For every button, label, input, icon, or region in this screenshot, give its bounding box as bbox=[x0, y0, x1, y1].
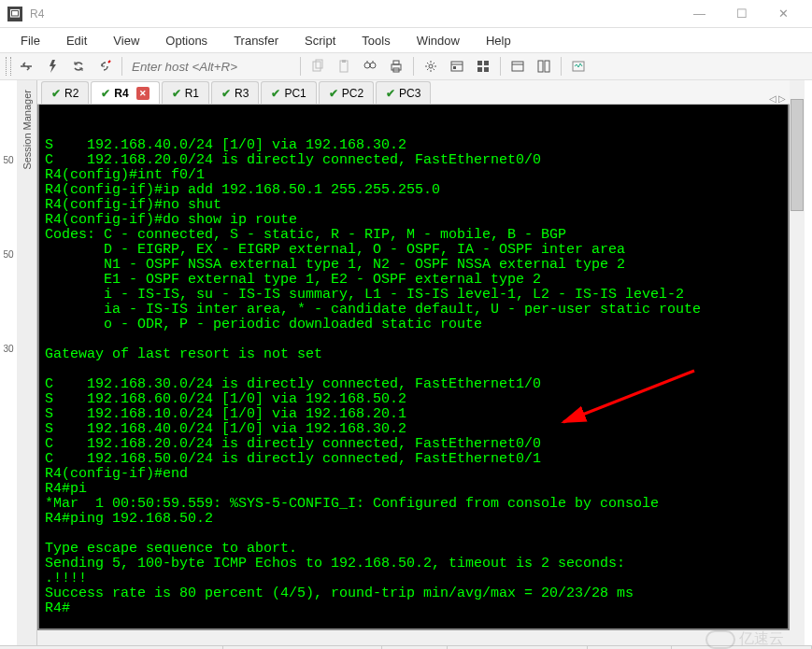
svg-rect-12 bbox=[451, 62, 463, 71]
disconnect-icon[interactable] bbox=[93, 55, 116, 78]
check-icon: ✔ bbox=[329, 87, 338, 100]
svg-rect-18 bbox=[484, 67, 489, 72]
menu-tools[interactable]: Tools bbox=[350, 31, 401, 50]
menu-script[interactable]: Script bbox=[293, 31, 347, 50]
watermark-text: 亿速云 bbox=[739, 629, 784, 649]
right-gutter bbox=[805, 80, 812, 645]
svg-rect-16 bbox=[484, 61, 489, 65]
activity-icon[interactable] bbox=[567, 55, 590, 78]
terminal[interactable]: S 192.168.40.0/24 [1/0] via 192.168.30.2… bbox=[37, 105, 790, 630]
left-gutter: 50 50 30 bbox=[0, 80, 17, 645]
tab-pc2[interactable]: ✔PC2 bbox=[319, 81, 374, 104]
terminal-content: S 192.168.40.0/24 [1/0] via 192.168.30.2… bbox=[45, 138, 782, 616]
titlebar: R4 — ☐ ✕ bbox=[0, 0, 812, 28]
tab-label: R1 bbox=[185, 87, 199, 100]
session-manager-panel[interactable]: Session Manager bbox=[17, 80, 37, 645]
menu-view[interactable]: View bbox=[102, 31, 150, 50]
horizontal-scrollbar[interactable] bbox=[37, 630, 790, 645]
toolbar bbox=[0, 52, 812, 80]
host-input[interactable] bbox=[128, 56, 294, 77]
minimize-button[interactable]: — bbox=[678, 1, 720, 27]
app-icon bbox=[7, 7, 22, 21]
tab-r2[interactable]: ✔R2 bbox=[41, 81, 89, 104]
new-window-icon[interactable] bbox=[506, 55, 529, 78]
toolbar-separator bbox=[561, 57, 562, 76]
menu-transfer[interactable]: Transfer bbox=[222, 31, 290, 50]
svg-point-7 bbox=[370, 63, 376, 68]
tab-pc1[interactable]: ✔PC1 bbox=[261, 81, 316, 104]
svg-rect-1 bbox=[12, 11, 18, 16]
tab-r4[interactable]: ✔R4✕ bbox=[91, 81, 159, 104]
gutter-mark: 50 bbox=[3, 155, 13, 165]
check-icon: ✔ bbox=[221, 87, 231, 100]
tile-icon[interactable] bbox=[533, 55, 555, 78]
paste-icon[interactable] bbox=[333, 55, 355, 78]
print-icon[interactable] bbox=[385, 55, 407, 78]
svg-rect-15 bbox=[477, 61, 482, 65]
tab-label: R2 bbox=[64, 87, 78, 100]
scrollbar-thumb[interactable] bbox=[791, 99, 804, 211]
connect-icon[interactable] bbox=[15, 55, 37, 78]
check-icon: ✔ bbox=[386, 87, 395, 100]
tab-pc3[interactable]: ✔PC3 bbox=[376, 81, 431, 104]
svg-rect-19 bbox=[512, 62, 523, 71]
tab-bar: ✔R2 ✔R4✕ ✔R1 ✔R3 ✔PC1 ✔PC2 ✔PC3 ◁ ▷ bbox=[37, 80, 790, 105]
watermark: 亿速云 bbox=[705, 629, 784, 649]
tab-r3[interactable]: ✔R3 bbox=[211, 81, 259, 104]
svg-rect-17 bbox=[477, 67, 482, 72]
statusbar: Ready Telnet: 127.0.0.1 32, 4 32 Rows, 7… bbox=[0, 645, 812, 649]
tab-prev-button[interactable]: ◁ bbox=[769, 93, 776, 104]
gutter-mark: 50 bbox=[3, 249, 13, 260]
tab-label: R4 bbox=[114, 87, 128, 100]
toolbar-separator bbox=[121, 57, 122, 76]
close-button[interactable]: ✕ bbox=[762, 1, 805, 27]
menu-edit[interactable]: Edit bbox=[55, 31, 98, 50]
session-options-icon[interactable] bbox=[472, 55, 494, 78]
svg-rect-5 bbox=[342, 60, 346, 63]
menu-help[interactable]: Help bbox=[475, 31, 522, 50]
check-icon: ✔ bbox=[271, 87, 280, 100]
gutter-mark: 30 bbox=[3, 344, 13, 354]
toolbar-separator bbox=[413, 57, 414, 76]
tab-label: R3 bbox=[235, 87, 249, 100]
tab-r1[interactable]: ✔R1 bbox=[162, 81, 209, 104]
find-icon[interactable] bbox=[359, 55, 381, 78]
tab-next-button[interactable]: ▷ bbox=[778, 93, 786, 104]
menu-window[interactable]: Window bbox=[406, 31, 471, 50]
tab-label: PC3 bbox=[399, 87, 420, 100]
quick-connect-icon[interactable] bbox=[41, 55, 64, 78]
svg-rect-2 bbox=[313, 62, 321, 71]
menubar: File Edit View Options Transfer Script T… bbox=[0, 28, 812, 52]
reconnect-icon[interactable] bbox=[67, 55, 90, 78]
settings-icon[interactable] bbox=[420, 55, 442, 78]
menu-options[interactable]: Options bbox=[154, 31, 219, 50]
toolbar-separator bbox=[300, 57, 301, 76]
menu-file[interactable]: File bbox=[9, 31, 51, 50]
tab-label: PC2 bbox=[342, 87, 363, 100]
toolbar-separator bbox=[500, 57, 501, 76]
properties-icon[interactable] bbox=[446, 55, 468, 78]
tab-label: PC1 bbox=[284, 87, 306, 100]
session-manager-label[interactable]: Session Manager bbox=[20, 86, 35, 174]
svg-point-6 bbox=[364, 63, 370, 68]
svg-rect-9 bbox=[393, 61, 399, 64]
toolbar-grip[interactable] bbox=[6, 57, 11, 76]
window-title: R4 bbox=[30, 7, 678, 21]
svg-rect-3 bbox=[316, 60, 322, 68]
check-icon: ✔ bbox=[101, 87, 110, 100]
check-icon: ✔ bbox=[172, 87, 181, 100]
check-icon: ✔ bbox=[51, 87, 61, 100]
svg-rect-14 bbox=[453, 66, 456, 69]
svg-point-11 bbox=[429, 64, 433, 68]
tab-close-button[interactable]: ✕ bbox=[136, 87, 150, 100]
watermark-icon bbox=[705, 630, 735, 649]
svg-rect-21 bbox=[538, 61, 543, 72]
maximize-button[interactable]: ☐ bbox=[720, 1, 762, 27]
copy-icon[interactable] bbox=[306, 55, 329, 78]
svg-rect-22 bbox=[545, 61, 549, 72]
vertical-scrollbar[interactable] bbox=[790, 80, 805, 645]
